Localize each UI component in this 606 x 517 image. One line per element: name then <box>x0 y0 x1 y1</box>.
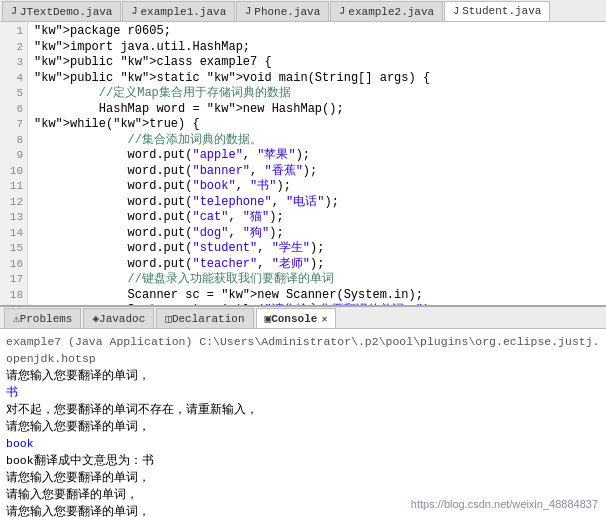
console-line: 书 <box>6 384 600 401</box>
console-line: book <box>6 435 600 452</box>
tab-label-javadoc: Javadoc <box>99 313 145 325</box>
tab-label-example2: example2.java <box>348 6 434 18</box>
tab-problems[interactable]: ⚠ Problems <box>4 308 81 328</box>
console-line: 请您输入您要翻译的单词， <box>6 367 600 384</box>
tab-example2[interactable]: J example2.java <box>330 1 443 21</box>
java-icon-3: J <box>245 6 251 17</box>
code-line: word.put("cat", "猫"); <box>34 210 600 226</box>
line-numbers: 12345678910111213141516171819202122 <box>0 22 28 305</box>
watermark: https://blog.csdn.net/weixin_48884837 <box>411 496 598 513</box>
code-line: System.out.println("请您输入您要翻译的单词，"); <box>34 303 600 305</box>
tab-jtextdemo[interactable]: J JTextDemo.java <box>2 1 121 21</box>
console-output: 请您输入您要翻译的单词，书对不起，您要翻译的单词不存在，请重新输入，请您输入您要… <box>6 367 600 517</box>
declaration-icon: ◫ <box>165 312 172 325</box>
tab-label-jtextdemo: JTextDemo.java <box>20 6 112 18</box>
code-line: //集合添加词典的数据。 <box>34 133 600 149</box>
code-line: word.put("apple", "苹果"); <box>34 148 600 164</box>
java-icon-2: J <box>131 6 137 17</box>
console-area[interactable]: example7 (Java Application) C:\Users\Adm… <box>0 329 606 517</box>
editor-area: 12345678910111213141516171819202122 "kw"… <box>0 22 606 307</box>
tab-javadoc[interactable]: ◈ Javadoc <box>83 308 154 328</box>
tab-student[interactable]: J Student.java <box>444 1 550 21</box>
editor-tab-bar: J JTextDemo.java J example1.java J Phone… <box>0 0 606 22</box>
code-line: word.put("book", "书"); <box>34 179 600 195</box>
tab-label-example1: example1.java <box>140 6 226 18</box>
panel-tab-bar: ⚠ Problems ◈ Javadoc ◫ Declaration ▣ Con… <box>0 307 606 329</box>
code-line: //定义Map集合用于存储词典的数据 <box>34 86 600 102</box>
code-line: "kw">package r0605; <box>34 24 600 40</box>
code-line: word.put("teacher", "老师"); <box>34 257 600 273</box>
code-line: HashMap word = "kw">new HashMap(); <box>34 102 600 118</box>
problems-icon: ⚠ <box>13 312 20 325</box>
bottom-panel: ⚠ Problems ◈ Javadoc ◫ Declaration ▣ Con… <box>0 307 606 517</box>
javadoc-icon: ◈ <box>92 312 99 325</box>
code-line: word.put("student", "学生"); <box>34 241 600 257</box>
console-header: example7 (Java Application) C:\Users\Adm… <box>6 333 600 367</box>
code-line: //键盘录入功能获取我们要翻译的单词 <box>34 272 600 288</box>
code-line: word.put("banner", "香蕉"); <box>34 164 600 180</box>
java-icon-4: J <box>339 6 345 17</box>
console-line: 请您输入您要翻译的单词， <box>6 418 600 435</box>
tab-label-problems: Problems <box>20 313 73 325</box>
code-line: word.put("dog", "狗"); <box>34 226 600 242</box>
java-icon-5: J <box>453 6 459 17</box>
tab-label-phone: Phone.java <box>254 6 320 18</box>
tab-label-student: Student.java <box>462 5 541 17</box>
tab-phone[interactable]: J Phone.java <box>236 1 329 21</box>
console-close-icon[interactable]: ✕ <box>321 313 327 325</box>
console-line: 对不起，您要翻译的单词不存在，请重新输入， <box>6 401 600 418</box>
tab-declaration[interactable]: ◫ Declaration <box>156 308 253 328</box>
code-line: word.put("telephone", "电话"); <box>34 195 600 211</box>
code-line: "kw">public "kw">class example7 { <box>34 55 600 71</box>
code-line: "kw">public "kw">static "kw">void main(S… <box>34 71 600 87</box>
tab-label-declaration: Declaration <box>172 313 245 325</box>
console-line: 请您输入您要翻译的单词， <box>6 469 600 486</box>
tab-console[interactable]: ▣ Console ✕ <box>256 308 337 328</box>
console-icon: ▣ <box>265 312 272 325</box>
code-area[interactable]: "kw">package r0605; "kw">import java.uti… <box>28 22 606 305</box>
tab-label-console: Console <box>271 313 317 325</box>
tab-example1[interactable]: J example1.java <box>122 1 235 21</box>
java-icon-1: J <box>11 6 17 17</box>
code-line: Scanner sc = "kw">new Scanner(System.in)… <box>34 288 600 304</box>
code-line: "kw">while("kw">true) { <box>34 117 600 133</box>
console-line: book翻译成中文意思为：书 <box>6 452 600 469</box>
code-line: "kw">import java.util.HashMap; <box>34 40 600 56</box>
